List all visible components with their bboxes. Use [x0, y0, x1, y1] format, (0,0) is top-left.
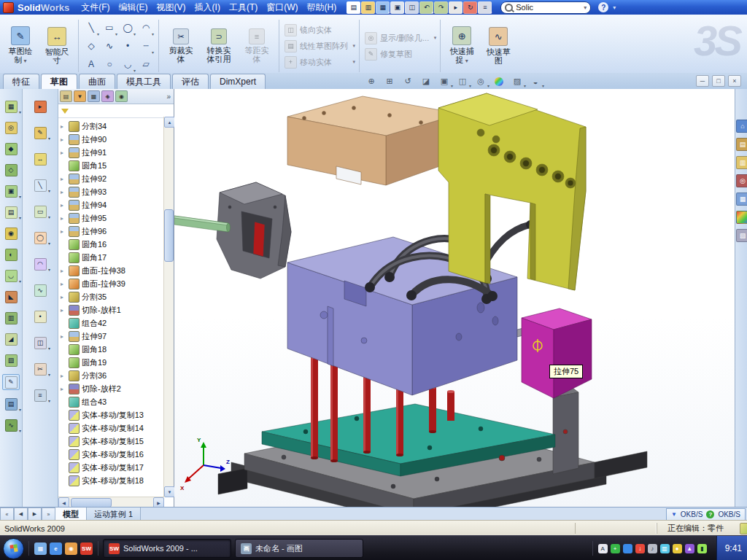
quick-launch-media-icon[interactable]: ◉ [65, 542, 77, 555]
spline-tool-icon[interactable]: ∿ [32, 283, 48, 298]
extruded-cut-icon[interactable]: ▤ [3, 205, 19, 219]
move-entities-button[interactable]: + 移动实体 [283, 55, 355, 69]
menu-edit[interactable]: 编辑(E) [115, 1, 152, 14]
clock[interactable]: 9:41 [716, 536, 747, 560]
tree-item[interactable]: ▸ 拉伸90 [58, 133, 164, 146]
search-input[interactable]: Solic [516, 3, 581, 12]
curves-icon[interactable]: ∿ [3, 418, 19, 432]
expand-arrow-icon[interactable]: ▸ [61, 189, 66, 195]
linear-pattern-icon[interactable]: ▤ [3, 397, 19, 411]
arc-icon[interactable]: ◠ [137, 19, 155, 36]
tree-item[interactable]: ▸ 拉伸92 [58, 172, 164, 185]
net-help-icon[interactable]: ? [706, 510, 714, 518]
apply-scene-icon[interactable]: ▨ [509, 74, 525, 88]
lofted-boss-icon[interactable]: ◇ [3, 163, 19, 177]
scroll-thumb[interactable] [164, 209, 174, 262]
tree-item[interactable]: ▸ 圆角17 [58, 251, 164, 264]
toolbar-options-icon[interactable]: ▾ [613, 4, 616, 11]
rectangle-tool-icon[interactable]: ▭ [32, 204, 48, 219]
expand-arrow-icon[interactable]: ▸ [61, 333, 66, 340]
tree-horizontal-scrollbar[interactable]: ◀ ▶ [58, 497, 164, 507]
rebuild-icon[interactable]: ↻ [463, 1, 477, 14]
polygon-icon[interactable]: ◇ [82, 37, 100, 55]
tree-item[interactable]: ▸ 圆角16 [58, 238, 164, 251]
scroll-up-icon[interactable]: ▲ [164, 117, 175, 128]
shell-icon[interactable]: ▧ [3, 353, 19, 368]
tree-item[interactable]: ▸ 实体-移动/复制18 [58, 474, 164, 487]
appearances-icon[interactable]: ● [736, 211, 747, 224]
draft-icon[interactable]: ◢ [3, 332, 19, 346]
expand-arrow-icon[interactable]: ▸ [61, 281, 66, 287]
help-button[interactable]: ? [598, 2, 608, 12]
tree-item[interactable]: ▸ 实体-移动/复制13 [58, 408, 164, 421]
search-dropdown-icon[interactable]: ▾ [584, 4, 587, 11]
solidworks-resources-icon[interactable]: ⌂ [736, 120, 747, 133]
tab-surfaces[interactable]: 曲面 [79, 74, 115, 89]
convert-entities-button[interactable]: ⊃ 转换实体引用 [201, 17, 237, 75]
save-icon[interactable]: ▦ [376, 1, 390, 14]
mirror-tool-icon[interactable]: ◫ [32, 335, 48, 350]
minimize-window-icon[interactable]: ─ [696, 75, 709, 87]
select-icon[interactable]: ▸ [449, 1, 462, 14]
offset-tool-icon[interactable]: ≡ [32, 388, 48, 402]
part-side-core[interactable] [522, 308, 592, 398]
displaymanager-tab-icon[interactable]: ◉ [115, 90, 128, 102]
display-delete-relations-button[interactable]: ◎ 显示/删除几... [363, 31, 436, 45]
part-top-clamp-plate[interactable] [287, 96, 460, 185]
previous-view-icon[interactable]: ↺ [400, 74, 416, 88]
menu-tools[interactable]: 工具(T) [225, 1, 262, 14]
tree-item[interactable]: ▸ 实体-移动/复制14 [58, 421, 164, 435]
rewind-button[interactable]: « [0, 508, 14, 521]
task-paint[interactable]: 画 未命名 - 画图 [235, 539, 363, 558]
swept-boss-icon[interactable]: ◆ [3, 141, 19, 156]
tree-item[interactable]: ▸ 实体-移动/复制15 [58, 435, 164, 448]
tab-mold-tools[interactable]: 模具工具 [117, 74, 171, 89]
expand-arrow-icon[interactable]: ▸ [61, 268, 66, 274]
configurationmanager-tab-icon[interactable]: ▦ [88, 90, 100, 102]
tree-item[interactable]: ▸ 圆角18 [58, 343, 164, 356]
tray-power-icon[interactable]: ▮ [697, 544, 707, 553]
design-library-icon[interactable]: ▤ [736, 138, 747, 151]
circle-tool-icon[interactable]: ◯ [32, 230, 48, 245]
expand-arrow-icon[interactable]: ▸ [61, 215, 66, 222]
sketch-pencil-icon[interactable]: ✎ [2, 374, 20, 390]
expand-arrow-icon[interactable]: ▸ [61, 294, 66, 300]
tree-vertical-scrollbar[interactable]: ▲ ▼ [163, 117, 174, 497]
tray-volume-icon[interactable]: ♪ [648, 544, 657, 553]
search-box[interactable]: Solic ▾ [500, 1, 591, 14]
scroll-down-icon[interactable]: ▼ [164, 486, 175, 497]
task-solidworks[interactable]: SW SolidWorks 2009 - ... [103, 539, 231, 558]
options-icon[interactable]: ≡ [478, 1, 492, 14]
filter-funnel-icon[interactable] [61, 109, 69, 114]
menu-insert[interactable]: 插入(I) [190, 1, 225, 14]
fillet-icon[interactable]: ◡ [3, 268, 19, 283]
line-tool-icon[interactable]: ╲ [32, 178, 48, 192]
quick-launch-solidworks-icon[interactable]: SW [80, 542, 93, 555]
expand-arrow-icon[interactable]: ▸ [61, 149, 66, 156]
sketch-fillet-icon[interactable]: ◡ [119, 55, 136, 73]
tree-item[interactable]: ▸ 拉伸94 [58, 198, 164, 211]
tray-download-manager-icon[interactable]: ↓ [635, 544, 645, 553]
tree-item[interactable]: ▸ 拉伸91 [58, 146, 164, 159]
dimxpertmanager-tab-icon[interactable]: ◈ [101, 90, 114, 102]
repair-sketch-button[interactable]: ✎ 修复草图 [363, 47, 436, 61]
print-icon[interactable]: ▣ [390, 1, 404, 14]
expand-arrow-icon[interactable]: ▸ [61, 136, 66, 143]
featuremanager-tab-icon[interactable]: ▤ [60, 90, 72, 102]
tab-model[interactable]: 模型 [55, 508, 87, 521]
open-icon[interactable]: ▥ [361, 1, 375, 14]
propertymanager-tab-icon[interactable]: ▼ [74, 90, 86, 102]
display-style-icon[interactable]: ◫ [454, 74, 471, 88]
sketch-button[interactable]: ✎ 草图绘制 [3, 17, 38, 75]
menu-view[interactable]: 视图(V) [152, 1, 190, 14]
tree-item[interactable]: ▸ 分割36 [58, 369, 164, 382]
ellipse-icon[interactable]: ○ [101, 55, 118, 73]
expand-arrow-icon[interactable]: ▸ [61, 386, 66, 392]
expand-arrow-icon[interactable]: ▸ [61, 373, 66, 379]
view-orientation-icon[interactable]: ▣ [436, 74, 452, 88]
collapse-chevrons-icon[interactable]: » [166, 93, 172, 101]
text-icon[interactable]: A [82, 55, 100, 73]
rectangle-icon[interactable]: ▭ [101, 19, 118, 36]
tab-sketch[interactable]: 草图 [41, 74, 77, 89]
tree-item[interactable]: ▸ 拉伸97 [58, 330, 164, 343]
